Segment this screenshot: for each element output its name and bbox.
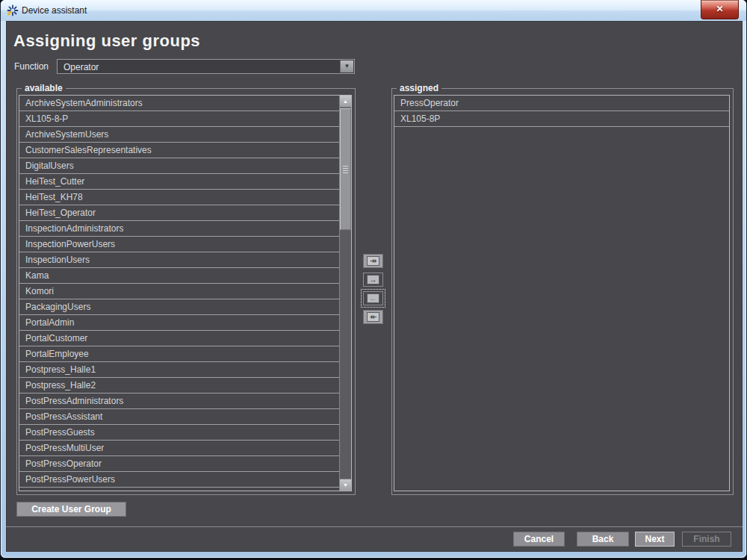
next-button[interactable]: Next (635, 532, 675, 547)
window-frame: Device assistant ✕ Assigning user groups… (1, 0, 746, 558)
close-button[interactable]: ✕ (701, 0, 739, 19)
move-right-button[interactable]: → (363, 273, 383, 287)
list-item[interactable]: InspectionAdministrators (19, 221, 339, 237)
function-selected-value: Operator (63, 61, 99, 73)
list-item[interactable]: PortalEmployee (19, 346, 339, 362)
finish-button: Finish (682, 532, 731, 547)
available-list: ArchiveSystemAdministratorsXL105-8-PArch… (19, 96, 339, 491)
list-item[interactable]: Komori (19, 284, 339, 299)
function-dropdown[interactable]: Operator ▼ (57, 59, 355, 74)
back-button[interactable]: Back (577, 532, 629, 547)
create-user-group-button[interactable]: Create User Group (16, 502, 126, 517)
list-item[interactable]: Postpress_Halle2 (19, 378, 339, 393)
list-item[interactable]: Kama (19, 268, 339, 284)
move-all-left-button[interactable]: ↞ (363, 310, 383, 324)
scroll-up-icon[interactable]: ▲ (340, 96, 351, 108)
move-left-button[interactable]: ← (363, 291, 383, 305)
list-item[interactable]: ArchiveSystemUsers (19, 127, 339, 143)
assigned-group: assigned PressOperatorXL105-8P (391, 88, 734, 495)
arrow-left-icon: ← (367, 293, 379, 303)
list-item[interactable]: HeiTest_KH78 (19, 190, 339, 205)
screenshot-root: Device assistant ✕ Assigning user groups… (0, 0, 747, 560)
list-item[interactable]: InspectionPowerUsers (19, 237, 339, 252)
list-item[interactable]: HeiTest_Operator (19, 205, 339, 221)
available-group-label: available (22, 83, 66, 93)
move-all-right-button[interactable]: ↠ (363, 254, 383, 268)
list-item[interactable]: PortalAdmin (19, 315, 339, 331)
list-item[interactable]: PostPressPowerUsers (19, 472, 339, 488)
available-listbox: ArchiveSystemAdministratorsXL105-8-PArch… (19, 95, 352, 491)
list-item[interactable]: HeiTest_Cutter (19, 174, 339, 190)
footer-divider (6, 526, 743, 527)
available-group: available ArchiveSystemAdministratorsXL1… (16, 88, 356, 495)
list-item[interactable]: ArchiveSystemAdministrators (19, 96, 339, 111)
scrollbar-grip (343, 166, 348, 173)
list-item[interactable]: Postpress_Halle1 (19, 362, 339, 378)
cancel-button[interactable]: Cancel (513, 532, 565, 547)
list-item[interactable]: PostPressGuests (19, 425, 339, 441)
chevron-down-icon[interactable]: ▼ (340, 60, 353, 72)
list-item[interactable]: XL105-8P (394, 111, 729, 127)
list-item[interactable]: CustomerSalesRepresentatives (19, 143, 339, 158)
list-item[interactable]: PostPressAssistant (19, 409, 339, 425)
double-arrow-left-icon: ↞ (367, 312, 379, 322)
dialog-content: Assigning user groups Function Operator … (6, 21, 743, 552)
scroll-down-icon[interactable]: ▼ (340, 479, 351, 491)
function-label: Function (14, 61, 49, 72)
double-arrow-right-icon: ↠ (367, 256, 379, 266)
list-item[interactable]: PackagingUsers (19, 299, 339, 315)
list-item[interactable]: PostPressAdministrators (19, 393, 339, 409)
app-icon (7, 4, 19, 16)
assigned-list: PressOperatorXL105-8P (394, 96, 729, 491)
list-item[interactable]: PostPressOperator (19, 456, 339, 472)
page-title: Assigning user groups (13, 31, 200, 51)
list-item[interactable]: XL105-8-P (19, 111, 339, 127)
assigned-listbox: PressOperatorXL105-8P (394, 95, 730, 491)
list-item[interactable]: InspectionUsers (19, 252, 339, 268)
available-scrollbar[interactable]: ▲ ▼ (339, 96, 351, 491)
arrow-right-icon: → (367, 275, 379, 284)
list-item[interactable]: PostPressMultiUser (19, 441, 339, 456)
list-item[interactable]: DigitalUsers (19, 158, 339, 174)
window-title: Device assistant (22, 5, 87, 16)
assigned-group-label: assigned (397, 83, 441, 93)
list-item[interactable]: PortalCustomer (19, 331, 339, 346)
title-bar[interactable]: Device assistant ✕ (1, 0, 746, 21)
list-item[interactable]: PressOperator (394, 96, 729, 111)
scrollbar-thumb[interactable] (340, 108, 351, 230)
